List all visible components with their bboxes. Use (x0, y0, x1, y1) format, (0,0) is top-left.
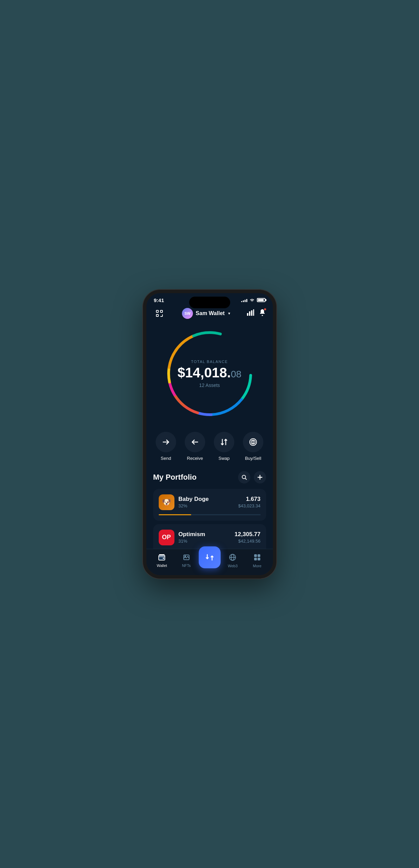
svg-rect-31 (163, 558, 164, 559)
svg-point-33 (185, 556, 186, 557)
more-nav-label: More (253, 564, 261, 568)
babydoge-amount: 1.673 (238, 496, 260, 503)
wifi-icon (249, 297, 255, 303)
chevron-down-icon: ▾ (228, 311, 230, 316)
swap-label: Swap (219, 456, 230, 461)
balance-donut: TOTAL BALANCE $14,018. 08 12 Assets (162, 326, 258, 422)
wallet-name: Sam Wallet (196, 310, 225, 316)
svg-rect-8 (247, 313, 248, 316)
phone-frame: 9:41 (143, 290, 276, 579)
optimism-icon: OP (159, 530, 174, 545)
svg-rect-10 (251, 310, 252, 316)
optimism-name: Optimism (179, 531, 205, 538)
babydoge-usd: $43,023.34 (238, 503, 260, 508)
babydoge-name: Baby Doge (179, 496, 209, 503)
send-button[interactable]: Send (153, 432, 179, 461)
optimism-amount: 12,305.77 (235, 531, 261, 538)
babydoge-progress-container (159, 514, 261, 515)
balance-main: $14,018. (178, 365, 231, 379)
signal-icon (241, 298, 247, 302)
svg-rect-9 (249, 311, 250, 316)
send-label: Send (161, 456, 171, 461)
svg-rect-2 (160, 310, 162, 312)
nfts-nav-label: NFTs (182, 563, 191, 568)
svg-rect-37 (254, 554, 257, 557)
status-time: 9:41 (154, 297, 164, 303)
asset-card-babydoge[interactable]: 🐶 Baby Doge 32% 1.673 $43,023.34 (153, 489, 266, 521)
web3-nav-icon (229, 554, 236, 562)
wallet-selector[interactable]: SW Sam Wallet ▾ (182, 308, 230, 319)
asset-card-optimism[interactable]: OP Optimism 31% 12,305.77 $42,149.56 (153, 524, 266, 549)
svg-point-26 (242, 475, 246, 479)
svg-point-12 (262, 315, 263, 316)
balance-center: TOTAL BALANCE $14,018. 08 12 Assets (178, 359, 241, 388)
balance-label: TOTAL BALANCE (178, 359, 241, 363)
svg-rect-39 (254, 558, 257, 560)
bottom-nav: Wallet NFTs (146, 549, 273, 575)
portfolio-title: My Portfolio (153, 473, 197, 482)
portfolio-search-button[interactable] (238, 471, 250, 483)
nav-web3[interactable]: Web3 (221, 554, 245, 568)
svg-rect-1 (156, 310, 158, 312)
optimism-percent: 31% (179, 539, 205, 544)
scan-button[interactable] (153, 307, 166, 320)
dynamic-island (189, 297, 230, 308)
svg-line-27 (245, 478, 247, 480)
receive-button[interactable]: Receive (182, 432, 208, 461)
header-actions (247, 309, 266, 318)
portfolio-section: My Portfolio (146, 468, 273, 549)
action-buttons: Send Receive (146, 428, 273, 468)
optimism-usd: $42,149.56 (235, 539, 261, 544)
svg-rect-38 (258, 554, 260, 557)
nav-nfts[interactable]: NFTs (174, 554, 199, 568)
svg-rect-30 (159, 555, 165, 560)
swap-center-button[interactable] (199, 546, 221, 568)
wallet-nav-icon (158, 554, 166, 562)
babydoge-percent: 32% (179, 503, 209, 508)
babydoge-progress-bar (159, 514, 191, 515)
nav-wallet[interactable]: Wallet (150, 554, 174, 568)
notification-button[interactable] (259, 309, 266, 318)
svg-rect-40 (258, 558, 260, 560)
charts-button[interactable] (247, 309, 254, 318)
nfts-nav-icon (183, 554, 190, 562)
web3-nav-label: Web3 (228, 564, 238, 568)
wallet-nav-label: Wallet (157, 563, 167, 568)
receive-label: Receive (187, 456, 203, 461)
notification-badge (264, 308, 266, 311)
battery-icon (257, 298, 265, 302)
assets-count: 12 Assets (178, 382, 241, 388)
svg-rect-11 (253, 309, 254, 316)
portfolio-actions (238, 471, 266, 483)
balance-section: TOTAL BALANCE $14,018. 08 12 Assets (146, 322, 273, 428)
portfolio-header: My Portfolio (153, 471, 266, 483)
svg-point-0 (252, 301, 252, 302)
swap-button[interactable]: Swap (211, 432, 237, 461)
phone-screen: 9:41 (146, 293, 273, 575)
babydoge-icon: 🐶 (159, 494, 174, 510)
nav-swap-center[interactable] (199, 553, 221, 568)
more-nav-icon (253, 554, 261, 562)
nav-more[interactable]: More (245, 554, 270, 568)
portfolio-add-button[interactable] (254, 471, 266, 483)
status-icons (241, 297, 265, 303)
svg-rect-3 (156, 314, 158, 316)
balance-cents: 08 (231, 368, 241, 379)
buysell-label: Buy/Sell (245, 456, 261, 461)
avatar: SW (182, 308, 193, 319)
buysell-button[interactable]: Buy/Sell (240, 432, 266, 461)
